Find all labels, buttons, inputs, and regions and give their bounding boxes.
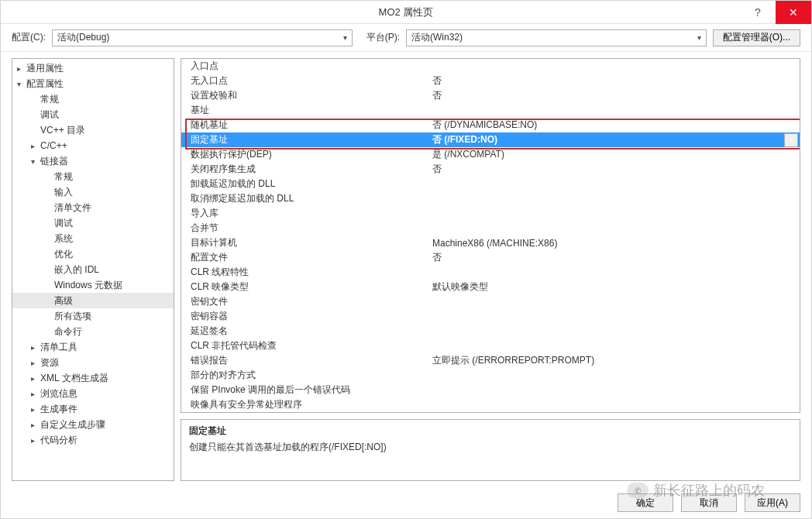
property-row[interactable]: CLR 线程特性: [181, 265, 800, 280]
tree-arrow-icon[interactable]: [17, 80, 26, 88]
tree-arrow-icon[interactable]: [31, 343, 40, 352]
tree-item[interactable]: 调试: [12, 215, 174, 231]
tree-item-label: 命令行: [54, 325, 82, 339]
property-label: 错误报告: [181, 354, 429, 367]
tree-item[interactable]: 链接器: [12, 153, 174, 169]
property-row[interactable]: 基址: [181, 103, 800, 118]
tree-arrow-icon[interactable]: [31, 421, 40, 429]
property-row[interactable]: 延迟签名: [181, 324, 800, 339]
property-row[interactable]: 取消绑定延迟加载的 DLL: [181, 191, 800, 206]
tree-item[interactable]: 所有选项: [12, 308, 174, 324]
tree-item[interactable]: 生成事件: [12, 401, 174, 417]
property-row[interactable]: CLR 非托管代码检查: [181, 339, 800, 353]
tree-item-label: C/C++: [40, 140, 67, 151]
tree-item[interactable]: 通用属性: [12, 60, 174, 76]
config-select[interactable]: 活动(Debug)▾: [52, 29, 353, 46]
property-label: CLR 线程特性: [181, 266, 429, 279]
tree-arrow-icon[interactable]: [31, 374, 40, 383]
property-value[interactable]: 否 (/DYNAMICBASE:NO): [429, 119, 800, 132]
property-row[interactable]: 目标计算机MachineX86 (/MACHINE:X86): [181, 235, 800, 250]
titlebar: MO2 属性页 ? ✕: [1, 1, 811, 24]
property-row[interactable]: 部分的对齐方式: [181, 368, 800, 383]
tree-panel[interactable]: 通用属性配置属性常规调试VC++ 目录C/C++链接器常规输入清单文件调试系统优…: [12, 58, 174, 481]
tree-arrow-icon[interactable]: [31, 405, 40, 414]
property-row[interactable]: 关闭程序集生成否: [181, 162, 800, 177]
cancel-button[interactable]: 取消: [681, 493, 737, 512]
property-row[interactable]: CLR 映像类型默认映像类型: [181, 280, 800, 294]
tree-item[interactable]: Windows 元数据: [12, 277, 174, 293]
config-manager-button[interactable]: 配置管理器(O)...: [713, 29, 800, 46]
tree-item[interactable]: 系统: [12, 231, 174, 246]
tree-item[interactable]: 代码分析: [12, 432, 174, 448]
tree-arrow-icon[interactable]: [31, 436, 40, 445]
tree-item-label: 输入: [54, 186, 73, 199]
property-value[interactable]: 否 (/FIXED:NO): [429, 133, 784, 146]
property-label: 导入库: [181, 207, 429, 220]
property-row[interactable]: 固定基址否 (/FIXED:NO)▾: [181, 132, 800, 147]
property-row[interactable]: 配置文件否: [181, 250, 800, 265]
dropdown-icon[interactable]: ▾: [784, 133, 798, 147]
property-row[interactable]: 导入库: [181, 206, 800, 221]
property-label: 延迟签名: [181, 325, 429, 338]
property-row[interactable]: 密钥文件: [181, 294, 800, 309]
close-button[interactable]: ✕: [776, 1, 811, 24]
property-row[interactable]: 数据执行保护(DEP)是 (/NXCOMPAT): [181, 147, 800, 162]
tree-item-label: 配置属性: [26, 77, 64, 91]
tree-item[interactable]: 浏览信息: [12, 386, 174, 401]
tree-item[interactable]: 常规: [12, 91, 174, 107]
tree-item[interactable]: 优化: [12, 246, 174, 262]
tree-item[interactable]: 输入: [12, 184, 174, 200]
help-button[interactable]: ?: [740, 1, 776, 24]
property-row[interactable]: 错误报告立即提示 (/ERRORREPORT:PROMPT): [181, 353, 800, 368]
property-label: 无入口点: [181, 74, 429, 88]
tree-item[interactable]: 资源: [12, 355, 174, 370]
property-row[interactable]: 合并节: [181, 221, 800, 235]
property-value[interactable]: 是 (/NXCOMPAT): [429, 148, 800, 161]
property-grid[interactable]: 入口点无入口点否设置校验和否基址随机基址否 (/DYNAMICBASE:NO)固…: [181, 58, 800, 413]
property-row[interactable]: 映像具有安全异常处理程序: [181, 397, 800, 412]
tree-item[interactable]: 自定义生成步骤: [12, 417, 174, 432]
tree-item[interactable]: 清单文件: [12, 200, 174, 215]
tree-item[interactable]: 清单工具: [12, 339, 174, 355]
property-row[interactable]: 设置校验和否: [181, 88, 800, 103]
tree-item[interactable]: 常规: [12, 169, 174, 184]
tree-item[interactable]: 调试: [12, 107, 174, 122]
ok-button[interactable]: 确定: [618, 493, 673, 512]
tree-arrow-icon[interactable]: [31, 390, 40, 398]
property-label: 目标计算机: [181, 236, 429, 249]
property-label: CLR 非托管代码检查: [181, 339, 429, 352]
tree-item[interactable]: 嵌入的 IDL: [12, 262, 174, 277]
property-row[interactable]: 密钥容器: [181, 309, 800, 324]
property-row[interactable]: 随机基址否 (/DYNAMICBASE:NO): [181, 118, 800, 132]
property-row[interactable]: 无入口点否: [181, 74, 800, 88]
tree-item-label: 高级: [54, 294, 73, 308]
tree-item[interactable]: XML 文档生成器: [12, 370, 174, 386]
description-title: 固定基址: [189, 424, 792, 438]
property-value[interactable]: MachineX86 (/MACHINE:X86): [429, 238, 800, 249]
tree-item[interactable]: 配置属性: [12, 76, 174, 91]
property-row[interactable]: 保留 PInvoke 调用的最后一个错误代码: [181, 383, 800, 397]
tree-arrow-icon[interactable]: [31, 142, 40, 150]
tree-item-label: 常规: [54, 170, 73, 184]
property-label: CLR 映像类型: [181, 280, 429, 294]
tree-item-label: 浏览信息: [40, 387, 77, 400]
property-value[interactable]: 默认映像类型: [429, 280, 800, 294]
property-value[interactable]: 否: [429, 74, 800, 88]
tree-arrow-icon[interactable]: [17, 64, 26, 73]
tree-arrow-icon[interactable]: [31, 157, 40, 166]
tree-item[interactable]: C/C++: [12, 138, 174, 153]
tree-item-label: VC++ 目录: [40, 124, 85, 137]
property-value[interactable]: 立即提示 (/ERRORREPORT:PROMPT): [429, 354, 800, 367]
platform-select[interactable]: 活动(Win32)▾: [406, 29, 707, 46]
property-row[interactable]: 卸载延迟加载的 DLL: [181, 177, 800, 191]
tree-item[interactable]: VC++ 目录: [12, 122, 174, 138]
property-value[interactable]: 否: [429, 163, 800, 176]
property-value[interactable]: 否: [429, 251, 800, 264]
tree-arrow-icon[interactable]: [31, 359, 40, 367]
tree-item[interactable]: 高级: [12, 293, 174, 308]
tree-item-label: 系统: [54, 232, 73, 246]
apply-button[interactable]: 应用(A): [745, 493, 800, 512]
property-row[interactable]: 入口点: [181, 59, 800, 74]
tree-item[interactable]: 命令行: [12, 324, 174, 339]
property-value[interactable]: 否: [429, 89, 800, 102]
